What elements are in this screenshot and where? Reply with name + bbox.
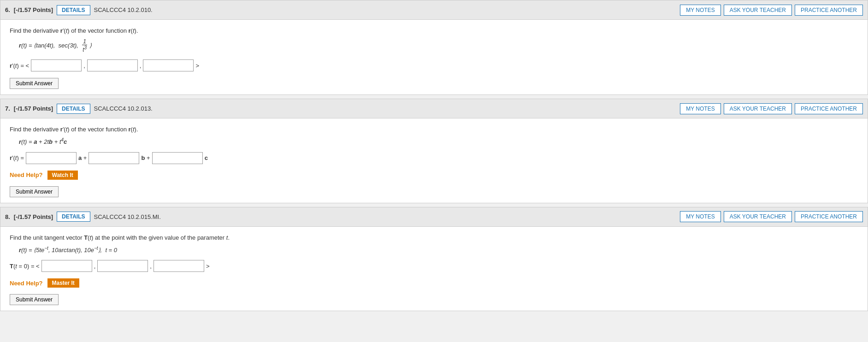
- question-7-practice-another-button[interactable]: PRACTICE ANOTHER: [795, 103, 863, 114]
- question-7-points: [-/1.57 Points]: [14, 105, 53, 112]
- question-6-input-2[interactable]: [87, 59, 138, 71]
- question-7-label-1: a +: [78, 154, 87, 161]
- question-6-sep-1: ,: [83, 62, 85, 69]
- question-8-need-help-text: Need Help?: [10, 280, 43, 287]
- question-8-body: Find the unit tangent vector T(t) at the…: [0, 227, 868, 311]
- question-7-header-buttons: MY NOTES ASK YOUR TEACHER PRACTICE ANOTH…: [680, 103, 863, 114]
- question-8-submit-row: Submit Answer: [10, 294, 858, 305]
- question-8: 8. [-/1.57 Points] DETAILS SCALCCC4 10.2…: [0, 207, 868, 311]
- question-8-sep-2: ,: [150, 263, 152, 270]
- question-8-practice-another-button[interactable]: PRACTICE ANOTHER: [795, 211, 863, 222]
- question-7-need-help-row: Need Help? Watch It: [10, 171, 858, 180]
- question-6-answer-prefix: r′(t) = <: [10, 62, 29, 69]
- question-7-details-button[interactable]: DETAILS: [57, 104, 90, 114]
- question-6-header-buttons: MY NOTES ASK YOUR TEACHER PRACTICE ANOTH…: [680, 5, 863, 16]
- question-7-label-2: b +: [141, 154, 150, 161]
- question-6-submit-button[interactable]: Submit Answer: [10, 78, 59, 89]
- question-7-formula: r(t) = a + 2tb + t4c: [10, 137, 858, 145]
- question-8-input-2[interactable]: [97, 260, 148, 272]
- question-7-answer-row: r′(t) = a + b + c: [10, 152, 858, 164]
- question-6-answer-suffix: >: [195, 62, 199, 69]
- question-6-instruction: Find the derivative r′(t) of the vector …: [10, 27, 858, 34]
- question-7-submit-row: Submit Answer: [10, 186, 858, 197]
- question-6-my-notes-button[interactable]: MY NOTES: [680, 5, 720, 16]
- question-6-details-button[interactable]: DETAILS: [57, 5, 90, 15]
- question-7-input-1[interactable]: [26, 152, 77, 164]
- question-8-sep-1: ,: [94, 263, 96, 270]
- question-6-header: 6. [-/1.57 Points] DETAILS SCALCCC4 10.2…: [0, 0, 868, 20]
- question-8-instruction: Find the unit tangent vector T(t) at the…: [10, 234, 858, 241]
- question-7-input-3[interactable]: [152, 152, 203, 164]
- question-6-number: 6.: [5, 6, 10, 13]
- question-7-input-2[interactable]: [89, 152, 139, 164]
- question-7-submit-button[interactable]: Submit Answer: [10, 186, 59, 197]
- question-8-points: [-/1.57 Points]: [14, 213, 53, 220]
- question-7-label-3: c: [205, 154, 208, 161]
- question-7-watch-it-button[interactable]: Watch It: [47, 171, 78, 180]
- question-6-points: [-/1.57 Points]: [14, 6, 53, 13]
- question-6: 6. [-/1.57 Points] DETAILS SCALCCC4 10.2…: [0, 0, 868, 95]
- question-7-header: 7. [-/1.57 Points] DETAILS SCALCCC4 10.2…: [0, 99, 868, 118]
- question-8-need-help-row: Need Help? Master It: [10, 278, 858, 288]
- question-8-header: 8. [-/1.57 Points] DETAILS SCALCCC4 10.2…: [0, 207, 868, 227]
- question-7-number: 7.: [5, 105, 10, 112]
- question-8-number: 8.: [5, 213, 10, 220]
- question-8-my-notes-button[interactable]: MY NOTES: [680, 211, 720, 222]
- question-7-code: SCALCCC4 10.2.013.: [94, 105, 680, 112]
- question-6-body: Find the derivative r′(t) of the vector …: [0, 20, 868, 94]
- question-6-formula: r(t) = ⟨tan(4t), sec(3t), 1 t3 ⟩: [10, 39, 858, 53]
- question-8-header-buttons: MY NOTES ASK YOUR TEACHER PRACTICE ANOTH…: [680, 211, 863, 222]
- question-7-answer-prefix: r′(t) =: [10, 154, 24, 161]
- question-6-sep-2: ,: [140, 62, 142, 69]
- question-6-input-1[interactable]: [31, 59, 82, 71]
- question-8-submit-button[interactable]: Submit Answer: [10, 294, 59, 305]
- question-8-answer-row: T(t = 0) = < , , >: [10, 260, 858, 272]
- question-6-ask-teacher-button[interactable]: ASK YOUR TEACHER: [724, 5, 792, 16]
- question-8-ask-teacher-button[interactable]: ASK YOUR TEACHER: [724, 211, 792, 222]
- question-7-body: Find the derivative r′(t) of the vector …: [0, 118, 868, 202]
- question-7-instruction: Find the derivative r′(t) of the vector …: [10, 126, 858, 133]
- question-8-input-1[interactable]: [41, 260, 92, 272]
- question-8-answer-prefix: T(t = 0) = <: [10, 263, 40, 270]
- question-8-input-3[interactable]: [154, 260, 204, 272]
- question-7-ask-teacher-button[interactable]: ASK YOUR TEACHER: [724, 103, 792, 114]
- question-8-formula: r(t) = ⟨5te−t, 10arctan(t), 10e−t⟩, t = …: [10, 246, 858, 254]
- question-6-answer-row: r′(t) = < , , >: [10, 59, 858, 71]
- question-8-answer-suffix: >: [206, 263, 210, 270]
- question-7-my-notes-button[interactable]: MY NOTES: [680, 103, 720, 114]
- question-6-practice-another-button[interactable]: PRACTICE ANOTHER: [795, 5, 863, 16]
- question-8-master-it-button[interactable]: Master It: [47, 278, 79, 288]
- question-6-code: SCALCCC4 10.2.010.: [94, 6, 680, 13]
- question-7: 7. [-/1.57 Points] DETAILS SCALCCC4 10.2…: [0, 99, 868, 203]
- question-8-code: SCALCCC4 10.2.015.MI.: [94, 213, 680, 220]
- question-6-input-3[interactable]: [143, 59, 194, 71]
- question-8-details-button[interactable]: DETAILS: [57, 212, 90, 222]
- question-7-need-help-text: Need Help?: [10, 171, 43, 178]
- question-6-submit-row: Submit Answer: [10, 78, 858, 89]
